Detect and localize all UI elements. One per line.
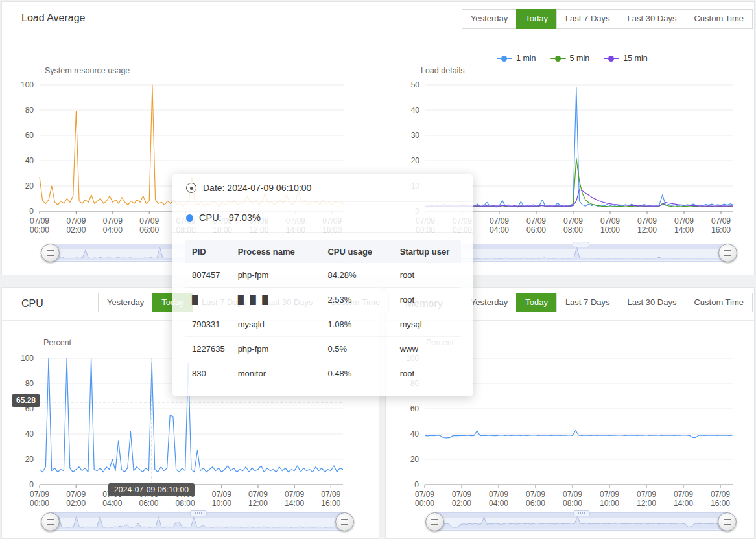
cell-pid: 830 bbox=[185, 361, 231, 386]
svg-text:0: 0 bbox=[29, 207, 34, 216]
cell-name: █ █ █ bbox=[231, 288, 322, 312]
col-pid: PID bbox=[185, 240, 231, 263]
cell-cpu: 84.28% bbox=[321, 263, 393, 288]
svg-text:07/09: 07/09 bbox=[103, 216, 123, 225]
cell-cpu: 1.08% bbox=[321, 312, 393, 337]
legend-item-1min[interactable]: 1 min bbox=[497, 54, 536, 63]
cell-name: monitor bbox=[231, 361, 322, 386]
svg-text:07/09: 07/09 bbox=[526, 490, 545, 499]
time-range-yesterday[interactable]: Yesterday bbox=[98, 293, 153, 312]
legend-label-1min: 1 min bbox=[516, 54, 536, 63]
svg-text:04:00: 04:00 bbox=[489, 499, 508, 508]
svg-text:07/09: 07/09 bbox=[526, 216, 546, 225]
load-details-datazoom-slider[interactable] bbox=[432, 244, 729, 262]
legend-marker-15min-icon bbox=[604, 58, 619, 59]
legend-marker-1min-icon bbox=[497, 58, 512, 59]
svg-text:07/09: 07/09 bbox=[30, 490, 49, 499]
load-average-header: Load Average Yesterday Today Last 7 Days… bbox=[2, 2, 754, 36]
svg-text:07/09: 07/09 bbox=[452, 490, 471, 499]
svg-text:02:00: 02:00 bbox=[452, 499, 471, 508]
svg-text:0: 0 bbox=[414, 480, 419, 489]
legend-item-15min[interactable]: 15 min bbox=[604, 54, 648, 63]
cell-user: www bbox=[394, 337, 461, 361]
time-range-today[interactable]: Today bbox=[516, 9, 557, 29]
tooltip-cpu-value: 97.03% bbox=[229, 212, 261, 223]
datazoom-left-handle-icon[interactable] bbox=[41, 244, 60, 262]
svg-text:40: 40 bbox=[410, 430, 419, 439]
tooltip-header: Date: 2024-07-09 06:10:00 bbox=[172, 174, 473, 202]
datazoom-left-handle-icon[interactable] bbox=[41, 512, 60, 531]
svg-text:0: 0 bbox=[29, 480, 34, 489]
svg-text:00:00: 00:00 bbox=[30, 499, 49, 508]
datazoom-grip-icon[interactable] bbox=[573, 242, 589, 247]
cell-name: php-fpm bbox=[231, 337, 322, 361]
svg-text:14:00: 14:00 bbox=[674, 499, 693, 508]
svg-text:40: 40 bbox=[25, 156, 34, 165]
time-range-last-30-days[interactable]: Last 30 Days bbox=[619, 9, 686, 29]
svg-text:04:00: 04:00 bbox=[490, 225, 509, 235]
time-range-yesterday[interactable]: Yesterday bbox=[462, 9, 517, 29]
time-range-last-30-days[interactable]: Last 30 Days bbox=[619, 293, 686, 312]
legend-marker-5min-icon bbox=[550, 58, 566, 59]
load-details-legend: 1 min 5 min 15 min bbox=[497, 54, 648, 63]
tooltip-date: Date: 2024-07-09 06:10:00 bbox=[203, 183, 311, 193]
svg-text:07/09: 07/09 bbox=[66, 216, 86, 225]
svg-text:06:00: 06:00 bbox=[526, 225, 546, 235]
cell-user: mysql bbox=[394, 312, 461, 337]
svg-text:10:00: 10:00 bbox=[600, 225, 620, 235]
process-row: 807457 php-fpm 84.28% root bbox=[185, 263, 461, 288]
cpu-hover-tooltip: Date: 2024-07-09 06:10:00 CPU: 97.03% PI… bbox=[172, 174, 473, 396]
svg-text:20: 20 bbox=[25, 181, 34, 190]
datazoom-left-handle-icon[interactable] bbox=[425, 512, 444, 531]
col-process-name: Process name bbox=[231, 240, 322, 263]
tooltip-cpu-label: CPU: bbox=[199, 212, 222, 223]
datazoom-grip-icon[interactable] bbox=[190, 510, 207, 516]
svg-text:07/09: 07/09 bbox=[490, 216, 509, 225]
cpu-chart-title: Percent bbox=[43, 338, 71, 347]
svg-text:07/09: 07/09 bbox=[637, 490, 656, 499]
cell-user: root bbox=[394, 288, 461, 312]
svg-text:07/09: 07/09 bbox=[321, 490, 340, 499]
svg-text:04:00: 04:00 bbox=[102, 499, 122, 508]
svg-text:16:00: 16:00 bbox=[711, 499, 730, 508]
cell-user: root bbox=[394, 361, 461, 386]
svg-text:40: 40 bbox=[411, 106, 420, 115]
svg-text:06:00: 06:00 bbox=[139, 499, 158, 508]
svg-text:07/09: 07/09 bbox=[285, 490, 304, 499]
svg-text:07/09: 07/09 bbox=[563, 216, 583, 225]
svg-text:07/09: 07/09 bbox=[563, 490, 582, 499]
time-range-last-7-days[interactable]: Last 7 Days bbox=[556, 9, 619, 29]
svg-text:07/09: 07/09 bbox=[489, 490, 508, 499]
svg-text:07/09: 07/09 bbox=[711, 216, 731, 225]
section-title-cpu: CPU bbox=[21, 298, 43, 310]
time-range-today[interactable]: Today bbox=[516, 293, 557, 312]
svg-text:12:00: 12:00 bbox=[637, 499, 656, 508]
memory-datazoom-slider[interactable] bbox=[434, 512, 728, 531]
svg-text:04:00: 04:00 bbox=[103, 225, 123, 235]
cell-cpu: 0.5% bbox=[321, 337, 393, 361]
svg-text:10:00: 10:00 bbox=[600, 499, 619, 508]
legend-label-5min: 5 min bbox=[570, 54, 590, 63]
cell-pid: 790331 bbox=[185, 312, 231, 337]
time-range-last-7-days[interactable]: Last 7 Days bbox=[556, 293, 619, 312]
svg-text:12:00: 12:00 bbox=[637, 225, 657, 235]
section-title-load-average: Load Average bbox=[21, 12, 85, 24]
cpu-datazoom-slider[interactable] bbox=[49, 512, 346, 531]
datazoom-right-handle-icon[interactable] bbox=[335, 512, 354, 531]
cell-cpu: 0.48% bbox=[321, 361, 393, 386]
time-range-custom-time[interactable]: Custom Time bbox=[685, 9, 753, 29]
svg-text:07/09: 07/09 bbox=[711, 490, 730, 499]
time-range-custom-time[interactable]: Custom Time bbox=[685, 293, 753, 312]
svg-text:07/09: 07/09 bbox=[600, 490, 619, 499]
datazoom-grip-icon[interactable] bbox=[573, 510, 590, 516]
cell-pid: 807457 bbox=[185, 263, 231, 288]
legend-item-5min[interactable]: 5 min bbox=[550, 54, 590, 63]
svg-text:08:00: 08:00 bbox=[563, 225, 583, 235]
cpu-series-dot-icon bbox=[186, 214, 193, 222]
datazoom-right-handle-icon[interactable] bbox=[718, 244, 737, 262]
process-table: PID Process name CPU usage Startup user … bbox=[185, 240, 461, 385]
col-startup-user: Startup user bbox=[394, 240, 461, 263]
datazoom-right-handle-icon[interactable] bbox=[718, 512, 737, 531]
process-row: █ █ █ █ 2.53% root bbox=[185, 288, 461, 312]
svg-text:14:00: 14:00 bbox=[674, 225, 694, 235]
